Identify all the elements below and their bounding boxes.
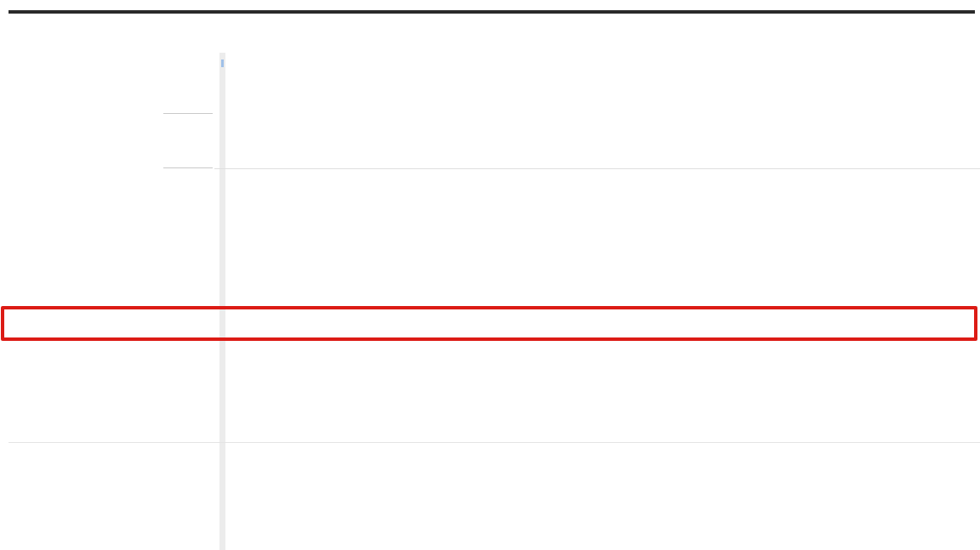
chart-baseline — [214, 168, 980, 169]
axis-tick-top — [163, 113, 213, 114]
section-divider — [9, 442, 980, 443]
highlight-border — [1, 306, 977, 341]
scrollbar-thumb-icon[interactable] — [221, 60, 224, 67]
axis-tick-bottom — [163, 167, 213, 168]
title-divider — [9, 10, 975, 14]
pane-scrollbar[interactable] — [219, 53, 225, 550]
valuation-panel — [0, 0, 980, 550]
